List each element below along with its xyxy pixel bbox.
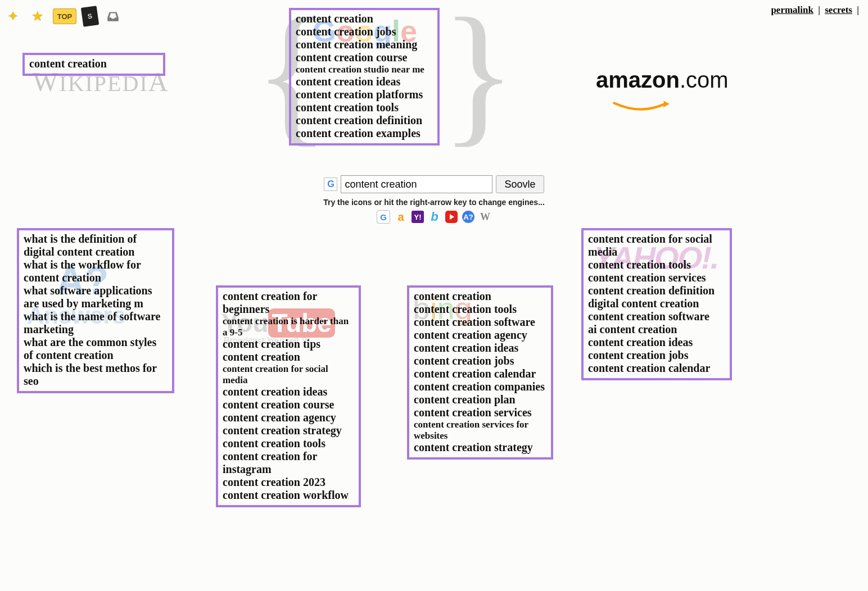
suggestion-item[interactable]: content creation: [414, 290, 546, 303]
suggestion-item[interactable]: content creation agency: [223, 411, 354, 424]
suggestion-item[interactable]: content creation 2023: [223, 476, 354, 489]
engine-yahoo-icon[interactable]: Y!: [412, 211, 424, 223]
engine-amazon-icon[interactable]: a: [395, 211, 407, 223]
amazon-dotcom: .com: [680, 67, 729, 92]
suggestion-item[interactable]: content creation definition: [296, 114, 433, 127]
suggestion-item[interactable]: content creation platforms: [296, 88, 433, 101]
suggestion-item[interactable]: content creation is harder than a 9-5: [223, 316, 354, 338]
suggestion-item[interactable]: content creation calendar: [414, 367, 546, 380]
suggestion-item[interactable]: content creation tools: [414, 303, 546, 316]
suggestion-item[interactable]: digital content creation: [588, 297, 725, 310]
notebook-icon[interactable]: S: [81, 6, 99, 27]
engine-selector: G a Y! b A? W: [377, 210, 491, 224]
suggestion-item[interactable]: content creation software: [588, 310, 725, 323]
answers-suggestions: what is the definition of digital conten…: [17, 228, 174, 393]
suggestion-item[interactable]: content creation tools: [223, 437, 354, 450]
suggestion-item[interactable]: content creation companies: [414, 380, 546, 393]
suggestion-item[interactable]: content creation calendar: [588, 362, 725, 375]
search-input[interactable]: [341, 175, 492, 193]
suggestion-item[interactable]: content creation meaning: [296, 38, 433, 51]
separator: |: [857, 4, 859, 15]
suggestion-item[interactable]: content creation studio near me: [296, 64, 433, 75]
suggestion-item[interactable]: content creation tips: [223, 338, 354, 351]
suggestion-item[interactable]: content creation jobs: [296, 25, 433, 38]
suggestion-item[interactable]: content creation ideas: [223, 385, 354, 398]
suggestion-item[interactable]: content creation: [29, 57, 159, 70]
suggestion-item[interactable]: content creation tools: [588, 258, 725, 271]
suggestion-item[interactable]: what is the name of software marketing: [24, 310, 168, 336]
search-area: G Soovle Try the icons or hit the right-…: [0, 175, 868, 224]
suggestion-item[interactable]: content creation agency: [414, 329, 546, 342]
engine-wikipedia-icon[interactable]: W: [479, 211, 491, 223]
suggestion-item[interactable]: content creation strategy: [414, 441, 546, 454]
suggestion-item[interactable]: content creation examples: [296, 127, 433, 140]
suggestion-item[interactable]: content creation workflow: [223, 489, 354, 502]
suggestion-item[interactable]: what is the workflow for content creatio…: [24, 258, 168, 284]
suggestion-item[interactable]: content creation for beginners: [223, 290, 354, 316]
suggestion-item[interactable]: content creation for social media: [588, 233, 725, 258]
permalink-link[interactable]: permalink: [771, 4, 813, 15]
suggestion-item[interactable]: content creation course: [296, 51, 433, 64]
suggestion-item[interactable]: content creation for social media: [223, 363, 354, 385]
suggestion-item[interactable]: which is the best methos for seo: [24, 362, 168, 388]
suggestion-item[interactable]: content creation ideas: [414, 342, 546, 354]
soovle-button[interactable]: Soovle: [496, 175, 544, 193]
current-engine-icon[interactable]: G: [324, 178, 337, 191]
amazon-logo[interactable]: amazon.com: [596, 67, 729, 93]
suggestion-item[interactable]: content creation ideas: [296, 75, 433, 88]
wikipedia-suggestions: content creation: [22, 53, 165, 76]
suggestion-item[interactable]: content creation ideas: [588, 336, 725, 349]
toolbar: ✦ ★ TOP S: [3, 7, 123, 26]
suggestion-item[interactable]: content creation services for websites: [414, 419, 546, 441]
suggestion-item[interactable]: what is the definition of digital conten…: [24, 233, 168, 258]
youtube-suggestions: content creation for beginnerscontent cr…: [216, 285, 361, 507]
yahoo-suggestions: content creation for social mediacontent…: [581, 228, 732, 380]
suggestion-item[interactable]: content creation plan: [414, 393, 546, 406]
engine-hint: Try the icons or hit the right-arrow key…: [0, 198, 868, 207]
engine-answers-icon[interactable]: A?: [462, 211, 474, 223]
amazon-swoosh-icon: [609, 92, 671, 103]
amazon-text: amazon: [596, 67, 680, 92]
suggestion-item[interactable]: content creation software: [414, 316, 546, 329]
star-partial-icon[interactable]: ✦: [3, 7, 22, 26]
suggestion-item[interactable]: content creation definition: [588, 284, 725, 297]
suggestion-item[interactable]: what software applications are used by m…: [24, 284, 168, 310]
separator: |: [818, 4, 820, 15]
bing-suggestions: content creationcontent creation toolsco…: [407, 285, 553, 460]
right-brace-icon: }: [441, 0, 516, 152]
engine-bing-icon[interactable]: b: [428, 211, 441, 223]
suggestion-item[interactable]: content creation strategy: [223, 424, 354, 437]
secrets-link[interactable]: secrets: [825, 4, 852, 15]
inbox-icon[interactable]: [103, 7, 123, 26]
suggestion-item[interactable]: ai content creation: [588, 323, 725, 336]
suggestion-item[interactable]: content creation: [296, 12, 433, 25]
google-suggestions: content creationcontent creation jobscon…: [289, 8, 440, 146]
suggestion-item[interactable]: content creation jobs: [588, 349, 725, 362]
top-button[interactable]: TOP: [53, 8, 76, 24]
top-links: permalink | secrets |: [771, 4, 861, 16]
suggestion-item[interactable]: content creation services: [588, 271, 725, 284]
star-icon[interactable]: ★: [28, 7, 47, 26]
engine-google-icon[interactable]: G: [377, 210, 390, 224]
suggestion-item[interactable]: content creation course: [223, 398, 354, 411]
suggestion-item[interactable]: content creation: [223, 351, 354, 363]
engine-youtube-icon[interactable]: [445, 211, 458, 223]
suggestion-item[interactable]: content creation services: [414, 406, 546, 419]
suggestion-item[interactable]: content creation jobs: [414, 354, 546, 367]
suggestion-item[interactable]: what are the common styles of content cr…: [24, 336, 168, 362]
suggestion-item[interactable]: content creation tools: [296, 101, 433, 114]
suggestion-item[interactable]: content creation for instagram: [223, 450, 354, 476]
